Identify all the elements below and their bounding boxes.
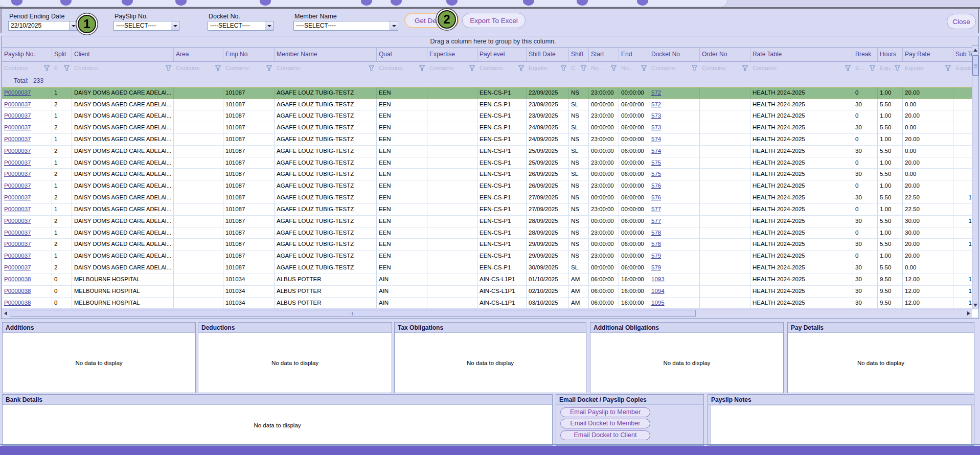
close-button[interactable]: Close xyxy=(947,14,976,29)
cell-link[interactable]: P0000037 xyxy=(4,230,31,236)
cell-link[interactable]: 575 xyxy=(651,160,661,166)
table-row[interactable]: P00000372DAISY DOMS AGED CARE ADELAI...1… xyxy=(2,122,973,134)
filter-funnel-icon[interactable] xyxy=(692,65,697,71)
cell-link[interactable]: P0000037 xyxy=(4,124,31,130)
table-row[interactable]: P00000372DAISY DOMS AGED CARE ADELAI...1… xyxy=(2,99,973,111)
cell-link[interactable]: P0000037 xyxy=(4,171,31,177)
cell-docket-no[interactable]: 573 xyxy=(649,110,700,122)
vertical-scrollbar[interactable] xyxy=(972,45,978,309)
cell-docket-no[interactable]: 574 xyxy=(649,146,700,157)
table-row[interactable]: P00000371DAISY DOMS AGED CARE ADELAI...1… xyxy=(2,251,973,262)
group-by-panel[interactable]: Drag a column here to group by this colu… xyxy=(2,36,978,47)
scroll-left-icon[interactable] xyxy=(4,311,7,315)
cell-link[interactable]: P0000037 xyxy=(4,101,31,107)
column-filter-client[interactable]: Contains: xyxy=(72,62,174,75)
cell-link[interactable]: 1095 xyxy=(651,300,665,306)
cell-link[interactable]: 576 xyxy=(651,183,661,189)
column-filter-rate-table[interactable]: Contains: xyxy=(750,62,853,75)
cell-link[interactable]: 574 xyxy=(651,136,661,142)
filter-funnel-icon[interactable] xyxy=(518,65,524,71)
cell-docket-no[interactable]: 578 xyxy=(649,228,700,239)
cell-link[interactable]: 578 xyxy=(651,230,661,236)
column-filter-shift[interactable]: C xyxy=(569,62,589,75)
cell-payslip-no-[interactable]: P0000037 xyxy=(2,146,52,157)
column-header-end[interactable]: End xyxy=(619,48,649,61)
filter-funnel-icon[interactable] xyxy=(845,65,851,71)
filter-funnel-icon[interactable] xyxy=(369,65,374,71)
table-row[interactable]: P00000372DAISY DOMS AGED CARE ADELAI...1… xyxy=(2,239,973,251)
cell-docket-no[interactable]: 579 xyxy=(649,251,700,262)
filter-funnel-icon[interactable] xyxy=(611,65,617,71)
column-filter-docket-no[interactable]: Contains: xyxy=(649,62,700,75)
column-filter-hours[interactable]: Equ... xyxy=(878,62,903,75)
column-header-area[interactable]: Area xyxy=(174,48,223,61)
cell-payslip-no-[interactable]: P0000037 xyxy=(2,262,52,274)
cell-docket-no[interactable]: 577 xyxy=(649,216,700,228)
cell-docket-no[interactable]: 572 xyxy=(649,99,700,111)
column-filter-split[interactable]: E xyxy=(52,62,72,75)
cell-link[interactable]: 578 xyxy=(651,241,661,247)
cell-payslip-no-[interactable]: P0000037 xyxy=(2,157,52,169)
table-row[interactable]: P00000371DAISY DOMS AGED CARE ADELAI...1… xyxy=(2,87,973,99)
cell-docket-no[interactable]: 574 xyxy=(649,134,700,146)
column-header-shift[interactable]: Shift xyxy=(569,48,589,61)
table-row[interactable]: P00000371DAISY DOMS AGED CARE ADELAI...1… xyxy=(2,204,973,216)
cell-link[interactable]: 574 xyxy=(651,148,661,154)
cell-link[interactable]: P0000037 xyxy=(4,112,31,119)
period-ending-date-input[interactable]: 22/10/2025 xyxy=(8,21,78,31)
filter-funnel-icon[interactable] xyxy=(266,65,272,71)
docket-no-select[interactable]: ----SELECT---- xyxy=(208,21,274,31)
cell-docket-no[interactable]: 575 xyxy=(649,157,700,169)
cell-link[interactable]: 575 xyxy=(651,171,661,177)
cell-link[interactable]: 577 xyxy=(651,218,661,224)
column-header-emp-no[interactable]: Emp No xyxy=(223,48,275,61)
horizontal-scrollbar[interactable] xyxy=(2,309,972,317)
column-header-expertise[interactable]: Expertise xyxy=(427,48,477,61)
cell-docket-no[interactable]: 579 xyxy=(649,262,700,274)
cell-link[interactable]: P0000037 xyxy=(4,160,31,166)
cell-payslip-no-[interactable]: P0000038 xyxy=(2,286,52,298)
filter-funnel-icon[interactable] xyxy=(166,65,171,71)
table-row[interactable]: P00000371DAISY DOMS AGED CARE ADELAI...1… xyxy=(2,157,973,169)
cell-payslip-no-[interactable]: P0000037 xyxy=(2,169,52,180)
column-header-shift-date[interactable]: Shift Date xyxy=(527,48,569,61)
cell-link[interactable]: 1093 xyxy=(651,276,665,282)
column-header-client[interactable]: Client xyxy=(72,48,174,61)
cell-link[interactable]: 573 xyxy=(651,124,661,130)
column-header-pay-rate[interactable]: Pay Rate xyxy=(903,48,953,61)
table-row[interactable]: P00000371DAISY DOMS AGED CARE ADELAI...1… xyxy=(2,228,973,239)
cell-payslip-no-[interactable]: P0000037 xyxy=(2,204,52,216)
cell-docket-no[interactable]: 572 xyxy=(649,87,700,99)
cell-link[interactable]: P0000038 xyxy=(4,288,31,294)
period-ending-date-dropdown-icon[interactable] xyxy=(69,21,77,30)
filter-funnel-icon[interactable] xyxy=(945,65,951,71)
cell-link[interactable]: P0000038 xyxy=(4,276,31,282)
cell-link[interactable]: P0000037 xyxy=(4,264,31,270)
cell-docket-no[interactable]: 1093 xyxy=(649,274,700,286)
cell-link[interactable]: 579 xyxy=(651,253,661,259)
cell-link[interactable]: 577 xyxy=(651,206,661,212)
cell-payslip-no-[interactable]: P0000037 xyxy=(2,251,52,262)
cell-payslip-no-[interactable]: P0000037 xyxy=(2,110,52,122)
filter-funnel-icon[interactable] xyxy=(870,65,875,71)
cell-docket-no[interactable]: 576 xyxy=(649,192,700,204)
cell-payslip-no-[interactable]: P0000037 xyxy=(2,134,52,146)
filter-funnel-icon[interactable] xyxy=(64,65,70,71)
cell-payslip-no-[interactable]: P0000037 xyxy=(2,122,52,134)
cell-link[interactable]: P0000037 xyxy=(4,194,31,200)
cell-payslip-no-[interactable]: P0000037 xyxy=(2,87,52,99)
cell-payslip-no-[interactable]: P0000037 xyxy=(2,228,52,239)
docket-no-dropdown-icon[interactable] xyxy=(265,21,273,30)
cell-docket-no[interactable]: 1095 xyxy=(649,298,700,308)
table-row[interactable]: P00000371DAISY DOMS AGED CARE ADELAI...1… xyxy=(2,134,973,146)
column-filter-member-name[interactable]: Contains: xyxy=(275,62,377,75)
table-row[interactable]: P00000372DAISY DOMS AGED CARE ADELAI...1… xyxy=(2,262,973,274)
column-header-split[interactable]: Split xyxy=(52,48,72,61)
cell-link[interactable]: P0000037 xyxy=(4,206,31,212)
cell-payslip-no-[interactable]: P0000038 xyxy=(2,298,52,308)
cell-link[interactable]: P0000037 xyxy=(4,241,31,247)
column-filter-payslip-no-[interactable]: Contains: xyxy=(2,62,52,75)
column-filter-sub-total[interactable]: Equals: xyxy=(953,62,973,75)
table-row[interactable]: P00000372DAISY DOMS AGED CARE ADELAI...1… xyxy=(2,169,973,180)
cell-link[interactable]: 1094 xyxy=(651,288,665,294)
